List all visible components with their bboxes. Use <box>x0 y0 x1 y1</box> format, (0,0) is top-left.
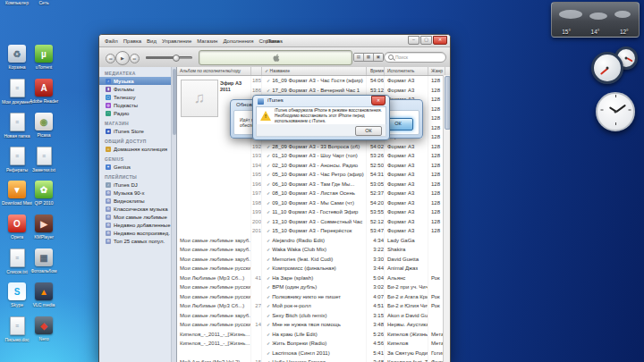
column-header-album[interactable]: Альбом по исполнителю/году <box>177 67 251 75</box>
table-row[interactable]: Мой Альбом (Mp3 Vol.2)15✓Небо Ночного Го… <box>177 358 450 362</box>
checkbox[interactable]: ✓ <box>267 78 270 83</box>
desktop-icon[interactable]: ✿QIP 2010 <box>29 181 59 206</box>
list-scrollbar[interactable] <box>443 75 450 362</box>
table-row[interactable]: Мои самые любимые заруб.✓Sexy Bitch (clu… <box>177 311 450 321</box>
desktop-icon[interactable]: ▶KMPlayer <box>29 215 59 240</box>
table-row[interactable]: Кипелов_-_2011_-_[Жизнь...✓Жить Вопреки … <box>177 339 450 349</box>
previous-button[interactable]: ◂◂ <box>106 54 115 63</box>
sidebar-item[interactable]: ⌂Домашняя коллекция <box>99 145 176 153</box>
play-button[interactable]: ▶ <box>115 51 130 65</box>
checkbox[interactable]: ✓ <box>267 284 270 290</box>
table-row[interactable]: Мои самые любимые русские✓Компромисс (фи… <box>177 264 450 274</box>
column-header-name[interactable]: ✓ Название <box>262 67 367 75</box>
warning-close-button[interactable]: ✕ <box>371 96 386 105</box>
checkbox[interactable]: ✓ <box>267 341 270 346</box>
view-list-button[interactable]: ▤ <box>354 54 364 61</box>
checkbox[interactable]: ✓ <box>267 322 270 327</box>
checkbox[interactable]: ✓ <box>267 190 270 196</box>
itunes-titlebar[interactable]: ФайлПравкаВидУправлениеМагазинДополнения… <box>99 35 450 47</box>
sidebar-item[interactable]: ⚙Классическая музыка <box>99 205 176 213</box>
column-header-time[interactable]: Время <box>367 67 385 75</box>
checkbox[interactable]: ✓ <box>267 219 270 224</box>
checkbox[interactable]: ✓ <box>267 228 270 233</box>
checkbox[interactable]: ✓ <box>267 265 270 271</box>
sidebar-item[interactable]: ♪iTunes DJ <box>99 181 176 189</box>
sidebar-item[interactable]: ⚙Недавно добавленные <box>99 221 176 229</box>
column-header-num[interactable] <box>251 67 262 75</box>
checkbox[interactable]: ✓ <box>267 313 270 318</box>
desktop-icon[interactable]: ≡Рефераты <box>2 147 32 173</box>
next-button[interactable]: ▸▸ <box>130 54 140 63</box>
sidebar-item[interactable]: ⚙Музыка 90-х <box>99 189 176 197</box>
table-row[interactable]: Мои самые любимые русские✓ВРМ (один дубл… <box>177 282 450 292</box>
sidebar-item[interactable]: ⚙Мои самые любимые <box>99 213 176 221</box>
table-row[interactable]: 196✓06_10 Формат А3 - Там Где Мы...53:05… <box>177 180 450 189</box>
clock-gadget[interactable] <box>596 92 635 131</box>
list-scroll-thumb[interactable] <box>445 76 450 130</box>
column-header-artist[interactable]: Исполнитель <box>385 67 428 75</box>
desktop-icon[interactable]: µuTorrent <box>29 45 59 70</box>
minimize-button[interactable]: – <box>408 36 419 45</box>
checkbox[interactable]: ✓ <box>267 257 270 262</box>
checkbox[interactable]: ✓ <box>267 350 270 356</box>
checkbox[interactable]: ✓ <box>267 153 270 158</box>
table-row[interactable]: 193✓01_10 Формат А3 - Шоу Чарт (топ)53:2… <box>177 151 450 161</box>
cpu-meter-gadget[interactable] <box>591 52 623 84</box>
checkbox[interactable]: ✓ <box>267 181 270 187</box>
desktop-icon[interactable]: ▦Фотоальбом <box>29 248 59 274</box>
volume-slider[interactable] <box>146 56 192 59</box>
table-row[interactable]: 194✓02_10 Формат А3 - Анонсы. Радио52:50… <box>177 161 450 171</box>
sidebar-scrollbar[interactable] <box>171 67 176 362</box>
sidebar-item[interactable]: ⚙Видеоклипы <box>99 197 176 205</box>
view-album-button[interactable]: ▦ <box>364 54 374 61</box>
table-row[interactable]: Мои Любимые (Mp3 Сб...)27✓Мой рок-н-ролл… <box>177 301 450 311</box>
desktop-icon[interactable]: ≡Мои документы <box>2 79 32 105</box>
table-row[interactable]: Мои самые любимые заруб.✓Waka Waka (Club… <box>177 245 450 255</box>
checkbox[interactable]: ✓ <box>267 303 270 308</box>
maximize-button[interactable]: ▢ <box>420 36 432 45</box>
table-row[interactable]: 201✓15_10 Формат А3 - Перекрёсток53:47Фо… <box>177 226 450 236</box>
desktop-icon[interactable]: Компьютер <box>2 0 32 5</box>
checkbox[interactable]: ✓ <box>267 238 270 243</box>
table-row[interactable]: Мои самые любимые заруб.✓Alejandro (Radi… <box>177 236 450 246</box>
table-row[interactable]: 192✓28_09 Формат А3 - 33 Вопроса (сб)54:… <box>177 142 450 152</box>
weather-gadget[interactable]: 15° 14° 12° <box>551 2 640 38</box>
desktop-icon[interactable]: ▲VLC media <box>29 282 59 307</box>
desktop-icon[interactable]: ≡Письмо.doc <box>2 316 32 342</box>
checkbox[interactable]: ✓ <box>267 275 270 281</box>
checkbox[interactable]: ✓ <box>267 163 270 168</box>
view-grid-button[interactable]: ▣ <box>374 54 383 61</box>
desktop-icon[interactable]: ≡Список.txt <box>2 248 32 274</box>
close-button[interactable]: ✕ <box>433 36 447 45</box>
sidebar-item[interactable]: ⚙Топ 25 самых попул. <box>99 237 176 245</box>
desktop-icon[interactable]: OOpera <box>2 215 32 240</box>
desktop-icon[interactable]: Сеть <box>29 0 59 5</box>
desktop-icon[interactable]: ≡Заметки.txt <box>29 147 59 173</box>
sidebar-item[interactable]: ◠Радио <box>99 109 176 117</box>
table-row[interactable]: 200✓13_10 Формат А3 - Совместный Час52:1… <box>177 217 450 227</box>
desktop-icon[interactable]: SSkype <box>2 282 32 307</box>
table-row[interactable]: ✓Lacrimosa (Сингл 2011)5:41За Святую Род… <box>177 349 450 358</box>
sidebar-item[interactable]: ⚙Недавно воспроизвед. <box>99 229 176 237</box>
desktop-icon[interactable]: AAdobe Reader <box>29 79 59 104</box>
sidebar-item[interactable]: ✦Genius <box>99 163 176 171</box>
table-row[interactable]: Мои самые любимые заруб.✓Memories (feat.… <box>177 255 450 265</box>
table-row[interactable]: 197✓08_10 Формат А3 - Листая Осень52:37Ф… <box>177 189 450 198</box>
column-header-genre[interactable]: Жанр <box>428 67 445 75</box>
desktop-icon[interactable]: ≡Новая папка <box>2 113 32 139</box>
search-input[interactable]: Поиск <box>384 52 446 63</box>
volume-knob[interactable] <box>173 55 180 62</box>
sidebar-item[interactable]: ▢Телешоу <box>99 93 176 101</box>
warning-ok-button[interactable]: ОК <box>355 126 382 136</box>
sidebar-item[interactable]: ◍Подкасты <box>99 101 176 109</box>
checkbox[interactable]: ✓ <box>267 294 270 299</box>
sidebar-item[interactable]: ◈iTunes Store <box>99 127 176 135</box>
checkbox[interactable]: ✓ <box>267 88 270 93</box>
table-row[interactable]: 195✓05_10 Формат А3 - Час Ретро (эфир)54… <box>177 170 450 180</box>
checkbox[interactable]: ✓ <box>267 172 270 177</box>
checkbox[interactable]: ✓ <box>267 200 270 206</box>
desktop-icon[interactable]: ◉Picasa <box>29 113 59 138</box>
table-row[interactable]: Мои самые любимые русские✓Полковнику ник… <box>177 292 450 302</box>
desktop-icon[interactable]: ♻Корзина <box>2 45 32 70</box>
checkbox[interactable]: ✓ <box>267 144 270 149</box>
